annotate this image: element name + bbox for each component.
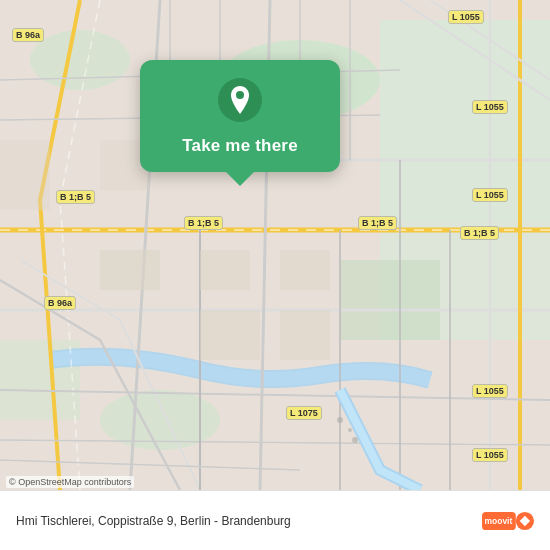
road-badge-b96a-top: B 96a bbox=[12, 28, 44, 42]
svg-rect-10 bbox=[280, 250, 330, 290]
svg-rect-12 bbox=[280, 310, 330, 360]
map-container: B 96a L 1055 L 1055 L 1055 B 1;B 5 B 1;B… bbox=[0, 0, 550, 490]
svg-rect-5 bbox=[340, 260, 440, 340]
road-badge-b1b5-left: B 1;B 5 bbox=[56, 190, 95, 204]
popup-label[interactable]: Take me there bbox=[182, 136, 298, 156]
take-me-there-popup[interactable]: Take me there bbox=[140, 60, 340, 172]
footer-bar: Hmi Tischlerei, Coppistraße 9, Berlin - … bbox=[0, 490, 550, 550]
svg-rect-9 bbox=[200, 250, 250, 290]
svg-rect-11 bbox=[200, 310, 260, 360]
location-pin-icon bbox=[218, 78, 262, 122]
svg-rect-2 bbox=[380, 20, 550, 220]
svg-rect-8 bbox=[100, 250, 160, 290]
road-badge-l1055-lower: L 1055 bbox=[472, 188, 508, 202]
road-badge-l1055-farbottom: L 1055 bbox=[472, 448, 508, 462]
road-badge-b1b5-farright: B 1;B 5 bbox=[460, 226, 499, 240]
moovit-logo: moovit bbox=[482, 507, 534, 535]
svg-point-4 bbox=[30, 30, 130, 90]
svg-point-16 bbox=[348, 428, 352, 432]
footer-location-text: Hmi Tischlerei, Coppistraße 9, Berlin - … bbox=[16, 514, 482, 528]
svg-text:moovit: moovit bbox=[485, 516, 513, 526]
road-badge-l1075: L 1075 bbox=[286, 406, 322, 420]
svg-point-17 bbox=[352, 437, 358, 443]
road-badge-l1055-mid: L 1055 bbox=[472, 100, 508, 114]
svg-point-15 bbox=[337, 417, 343, 423]
road-badge-l1055-top: L 1055 bbox=[448, 10, 484, 24]
svg-rect-14 bbox=[0, 140, 50, 210]
road-badge-b1b5-center: B 1;B 5 bbox=[184, 216, 223, 230]
road-badge-b96a-bottom: B 96a bbox=[44, 296, 76, 310]
road-badge-b1b5-right: B 1;B 5 bbox=[358, 216, 397, 230]
map-attribution: © OpenStreetMap contributors bbox=[6, 476, 134, 488]
road-badge-l1055-botright: L 1055 bbox=[472, 384, 508, 398]
svg-point-19 bbox=[236, 91, 244, 99]
